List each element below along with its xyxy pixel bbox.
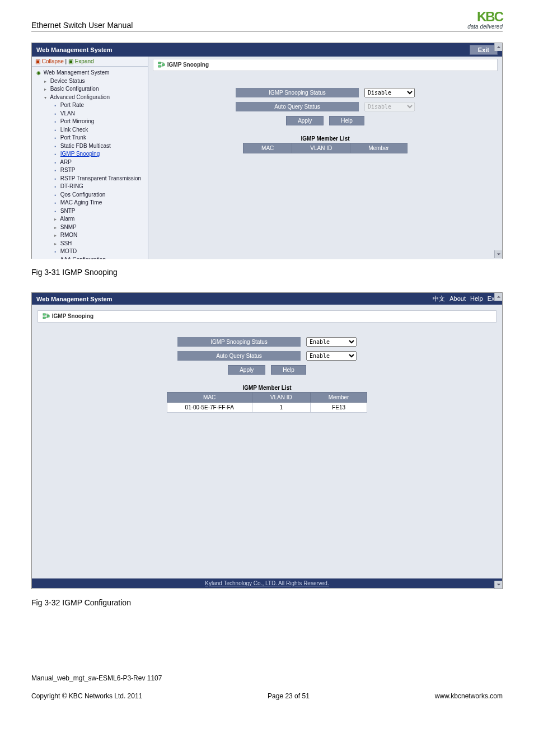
vendor-footer[interactable]: Kyland Technology Co., LTD. All Rights R… — [32, 578, 502, 588]
app-title: Web Management System — [36, 296, 113, 302]
folder-icon — [42, 77, 49, 86]
nav-port-rate[interactable]: Port Rate — [35, 101, 147, 110]
page-icon — [52, 150, 59, 158]
nav-label: Qos Configuration — [60, 192, 106, 198]
folder-icon — [52, 240, 59, 248]
page-icon — [52, 207, 59, 216]
nav-web-management-system[interactable]: Web Management System — [35, 69, 147, 77]
page-icon — [52, 191, 59, 199]
cell-mac: 01-00-5E-7F-FF-FA — [167, 403, 252, 413]
nav-rmon[interactable]: RMON — [35, 231, 147, 240]
nav-dt-ring[interactable]: DT-RING — [35, 183, 147, 191]
page-icon — [52, 101, 59, 110]
nav-label: RMON — [60, 232, 78, 238]
apply-button[interactable]: Apply — [228, 365, 265, 375]
col-member: Member — [310, 393, 367, 403]
help-button[interactable]: Help — [271, 365, 306, 375]
nav-motd[interactable]: MOTD — [35, 248, 147, 256]
collapse-expand-bar[interactable]: ▣ Collapse | ▣ Expand — [32, 57, 148, 67]
globe-icon — [35, 69, 42, 77]
scroll-down-icon[interactable] — [494, 250, 502, 258]
scroll-up-icon[interactable] — [494, 293, 502, 301]
panel-tree-icon — [158, 62, 166, 68]
page-icon — [52, 166, 59, 175]
nav-tree: Web Management System Device Status Basi… — [32, 67, 148, 259]
app-title: Web Management System — [36, 46, 113, 53]
nav-rstp-transparent-transmission[interactable]: RSTP Transparent Transmission — [35, 175, 147, 183]
auto-query-label: Auto Query Status — [177, 351, 301, 361]
collapse-link[interactable]: ▣ Collapse — [35, 58, 64, 64]
kbc-logo-mark: KBC — [467, 10, 503, 24]
col-mac: MAC — [167, 393, 252, 403]
nav-sidebar: ▣ Collapse | ▣ Expand Web Management Sys… — [32, 57, 148, 259]
nav-link-check[interactable]: Link Check — [35, 126, 147, 134]
footer-copyright: Copyright © KBC Networks Ltd. 2011 — [31, 692, 142, 700]
col-member: Member — [350, 143, 407, 153]
nav-arp[interactable]: ARP — [35, 158, 147, 167]
panel-tree-icon — [43, 313, 50, 320]
header-link-about[interactable]: About — [449, 295, 466, 302]
screenshot-igmp-configuration: Web Management System 中文AboutHelpExit IG… — [31, 292, 503, 589]
table-row: 01-00-5E-7F-FF-FA1FE13 — [167, 403, 367, 413]
col-mac: MAC — [243, 143, 292, 153]
nav-port-mirroring[interactable]: Port Mirroring — [35, 118, 147, 126]
nav-aaa-configuration[interactable]: AAA Configuration — [35, 256, 147, 260]
nav-label: Alarm — [60, 216, 74, 222]
nav-device-status[interactable]: Device Status — [35, 77, 147, 86]
igmp-status-select[interactable]: Enable — [306, 337, 357, 347]
nav-mac-aging-time[interactable]: MAC Aging Time — [35, 199, 147, 207]
page-icon — [52, 118, 59, 126]
nav-label: IGMP Snooping — [60, 151, 100, 157]
header-link-中文[interactable]: 中文 — [433, 295, 445, 302]
cell-member: FE13 — [310, 403, 367, 413]
scroll-down-icon[interactable] — [494, 581, 502, 589]
nav-vlan[interactable]: VLAN — [35, 110, 147, 118]
member-list-caption: IGMP Member List — [32, 385, 502, 391]
screenshot-igmp-snooping: Web Management System Exit ▣ Collapse | … — [31, 43, 503, 259]
nav-label: Basic Configuration — [50, 86, 99, 92]
svg-rect-1 — [158, 66, 161, 67]
nav-label: AAA Configuration — [60, 256, 106, 260]
auto-query-select[interactable]: Enable — [306, 351, 357, 361]
nav-label: Port Rate — [60, 102, 84, 108]
svg-rect-3 — [43, 314, 45, 315]
nav-igmp-snooping[interactable]: IGMP Snooping — [35, 150, 147, 158]
page-icon — [52, 158, 59, 167]
nav-ssh[interactable]: SSH — [35, 240, 147, 248]
folder-icon — [52, 231, 59, 240]
page-icon — [52, 134, 59, 142]
figure-caption-2: Fig 3-32 IGMP Configuration — [31, 598, 503, 607]
nav-basic-configuration[interactable]: Basic Configuration — [35, 85, 147, 94]
nav-advanced-configuration[interactable]: Advanced Configuration — [35, 94, 147, 102]
nav-qos-configuration[interactable]: Qos Configuration — [35, 191, 147, 199]
header-links: 中文AboutHelpExit — [428, 295, 498, 303]
folder-icon — [52, 256, 59, 260]
igmp-status-select[interactable]: Disable — [364, 88, 415, 97]
nav-label: ARP — [60, 159, 72, 165]
nav-snmp[interactable]: SNMP — [35, 223, 147, 232]
cell-vlan: 1 — [252, 403, 310, 413]
svg-rect-4 — [43, 317, 45, 319]
page-icon — [52, 110, 59, 118]
footer-page: Page 23 of 51 — [268, 692, 310, 700]
exit-button[interactable]: Exit — [470, 45, 498, 55]
apply-button[interactable]: Apply — [286, 116, 324, 125]
nav-port-trunk[interactable]: Port Trunk — [35, 134, 147, 142]
nav-static-fdb-multicast[interactable]: Static FDB Multicast — [35, 142, 147, 151]
col-vlan: VLAN ID — [292, 143, 350, 153]
header-link-help[interactable]: Help — [470, 295, 483, 302]
page-icon — [52, 175, 59, 183]
svg-rect-0 — [158, 62, 161, 64]
nav-rstp[interactable]: RSTP — [35, 166, 147, 175]
help-button[interactable]: Help — [329, 116, 364, 125]
auto-query-select: Disable — [364, 102, 415, 111]
nav-label: MOTD — [60, 248, 77, 254]
nav-label: Port Mirroring — [60, 118, 95, 124]
nav-alarm[interactable]: Alarm — [35, 215, 147, 223]
nav-label: Web Management System — [44, 69, 110, 76]
expand-link[interactable]: ▣ Expand — [68, 58, 94, 64]
nav-label: SNMP — [60, 224, 77, 230]
nav-sntp[interactable]: SNTP — [35, 207, 147, 216]
scroll-up-icon[interactable] — [494, 43, 502, 51]
nav-label: RSTP Transparent Transmission — [60, 175, 141, 181]
